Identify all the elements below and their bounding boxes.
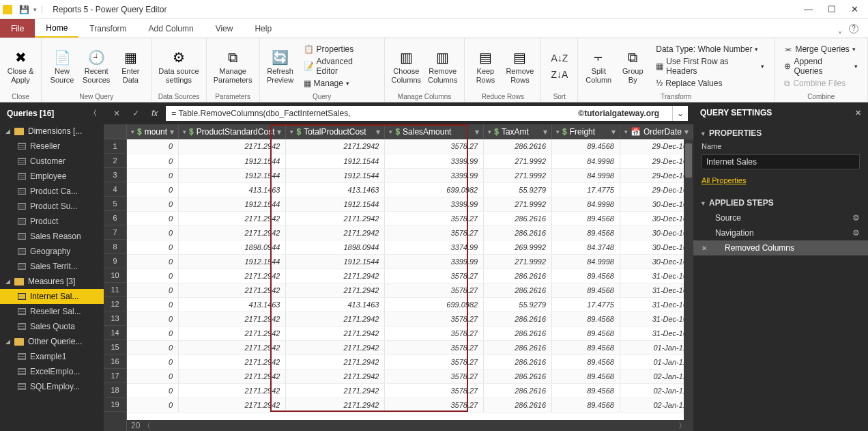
table-cell[interactable]: 286.2616: [484, 211, 552, 225]
table-cell[interactable]: 0: [127, 283, 179, 297]
table-cell[interactable]: 286.2616: [484, 398, 552, 412]
tree-item[interactable]: Product Ca...: [0, 184, 104, 199]
table-cell[interactable]: 29-Dec-10: [620, 168, 693, 182]
table-cell[interactable]: 0: [127, 383, 179, 398]
row-number[interactable]: 9: [104, 254, 126, 268]
table-cell[interactable]: 89.4568: [552, 340, 620, 354]
table-cell[interactable]: 286.2616: [484, 340, 552, 354]
column-header[interactable]: ▾$TaxAmt▾: [484, 124, 552, 139]
table-cell[interactable]: 286.2616: [484, 383, 552, 398]
table-cell[interactable]: 2171.2942: [179, 398, 286, 412]
table-cell[interactable]: 84.9998: [552, 254, 620, 268]
horizontal-scrollbar[interactable]: 20 〈 〉: [127, 420, 693, 431]
applied-step[interactable]: Source⚙: [693, 210, 868, 225]
table-cell[interactable]: 2171.2942: [286, 225, 385, 240]
append-queries-button[interactable]: ⊕Append Queries▾: [781, 56, 860, 77]
table-cell[interactable]: 2171.2942: [286, 211, 385, 225]
properties-button[interactable]: 📋Properties: [301, 44, 377, 55]
manage-parameters-button[interactable]: ⧉Manage Parameters: [211, 41, 255, 92]
table-cell[interactable]: 286.2616: [484, 225, 552, 240]
row-number[interactable]: 8: [104, 240, 126, 254]
tree-folder[interactable]: ◢Other Querie...: [0, 334, 104, 349]
table-cell[interactable]: 2171.2942: [286, 139, 385, 154]
column-header[interactable]: ▾$Freight▾: [552, 124, 620, 139]
row-number[interactable]: 10: [104, 268, 126, 283]
table-row[interactable]: 01898.09441898.09443374.99269.999284.374…: [127, 240, 693, 254]
maximize-button[interactable]: ☐: [828, 4, 836, 14]
row-number[interactable]: 15: [104, 340, 126, 354]
table-row[interactable]: 02171.29422171.29423578.27286.261689.456…: [127, 354, 693, 369]
tree-item[interactable]: Geography: [0, 244, 104, 259]
table-cell[interactable]: 17.4775: [552, 182, 620, 197]
filter-icon[interactable]: ▾: [170, 127, 174, 137]
table-cell[interactable]: 01-Jan-11: [620, 354, 693, 369]
table-cell[interactable]: 1898.0944: [286, 240, 385, 254]
table-cell[interactable]: 2171.2942: [286, 383, 385, 398]
fx-icon[interactable]: fx: [147, 107, 162, 120]
column-header[interactable]: ▾$mount▾: [127, 124, 179, 139]
datatype-button[interactable]: Data Type: Whole Number▾: [653, 44, 767, 55]
close-window-button[interactable]: ✕: [851, 4, 858, 14]
tree-item[interactable]: Sales Reason: [0, 229, 104, 244]
dropdown-icon[interactable]: ▾: [389, 128, 392, 135]
tree-item[interactable]: Reseller Sal...: [0, 304, 104, 319]
table-cell[interactable]: 2171.2942: [286, 311, 385, 326]
table-cell[interactable]: 0: [127, 311, 179, 326]
tree-item[interactable]: Sales Territ...: [0, 259, 104, 274]
choose-columns-button[interactable]: ▥Choose Columns: [389, 41, 424, 92]
table-cell[interactable]: 89.4568: [552, 383, 620, 398]
table-cell[interactable]: 3578.27: [385, 398, 484, 412]
row-number[interactable]: 19: [104, 398, 126, 412]
table-cell[interactable]: 2171.2942: [286, 283, 385, 297]
formula-dropdown-icon[interactable]: ⌄: [672, 106, 688, 121]
table-cell[interactable]: 1912.1544: [286, 168, 385, 182]
table-cell[interactable]: 3578.27: [385, 225, 484, 240]
table-cell[interactable]: 0: [127, 297, 179, 311]
table-cell[interactable]: 269.9992: [484, 240, 552, 254]
all-properties-link[interactable]: All Properties: [701, 176, 860, 184]
table-row[interactable]: 02171.29422171.29423578.27286.261689.456…: [127, 369, 693, 383]
row-number[interactable]: 16: [104, 354, 126, 369]
table-cell[interactable]: 29-Dec-10: [620, 182, 693, 197]
keep-rows-button[interactable]: ▤Keep Rows: [469, 41, 502, 92]
column-header[interactable]: ▾📅OrderDate▾: [620, 124, 693, 139]
recent-sources-button[interactable]: 🕘Recent Sources: [80, 41, 113, 92]
table-cell[interactable]: 89.4568: [552, 311, 620, 326]
table-cell[interactable]: 3578.27: [385, 283, 484, 297]
table-cell[interactable]: 31-Dec-10: [620, 297, 693, 311]
table-row[interactable]: 02171.29422171.29423578.27286.261689.456…: [127, 340, 693, 354]
split-column-button[interactable]: ⫟Split Column: [582, 41, 615, 92]
table-cell[interactable]: 89.4568: [552, 225, 620, 240]
sort-desc-button[interactable]: Z↓A: [548, 68, 570, 81]
enter-data-button[interactable]: ▦Enter Data: [114, 41, 147, 92]
scroll-left-icon[interactable]: 〈: [140, 420, 154, 432]
table-row[interactable]: 02171.29422171.29423578.27286.261689.456…: [127, 326, 693, 340]
table-cell[interactable]: 0: [127, 398, 179, 412]
tab-help[interactable]: Help: [244, 19, 283, 38]
table-row[interactable]: 02171.29422171.29423578.27286.261689.456…: [127, 283, 693, 297]
table-cell[interactable]: 3578.27: [385, 139, 484, 154]
table-cell[interactable]: 286.2616: [484, 283, 552, 297]
table-cell[interactable]: 2171.2942: [179, 354, 286, 369]
delete-step-icon[interactable]: ✕: [701, 245, 707, 252]
table-cell[interactable]: 30-Dec-10: [620, 211, 693, 225]
help-icon[interactable]: ?: [849, 24, 858, 33]
close-settings-icon[interactable]: ✕: [855, 109, 861, 117]
table-cell[interactable]: 0: [127, 354, 179, 369]
table-cell[interactable]: 271.9992: [484, 254, 552, 268]
table-cell[interactable]: 0: [127, 168, 179, 182]
table-cell[interactable]: 0: [127, 225, 179, 240]
table-cell[interactable]: 3374.99: [385, 240, 484, 254]
column-header[interactable]: ▾$SalesAmount▾: [385, 124, 484, 139]
table-cell[interactable]: 17.4775: [552, 297, 620, 311]
new-source-button[interactable]: 📄New Source: [46, 41, 78, 92]
tab-home[interactable]: Home: [35, 19, 78, 38]
table-row[interactable]: 02171.29422171.29423578.27286.261689.456…: [127, 139, 693, 154]
table-cell[interactable]: 271.9992: [484, 197, 552, 211]
row-number[interactable]: 7: [104, 225, 126, 240]
table-cell[interactable]: 1912.1544: [286, 154, 385, 168]
dropdown-icon[interactable]: ▾: [183, 128, 186, 135]
applied-step[interactable]: Navigation⚙: [693, 225, 868, 240]
table-cell[interactable]: 0: [127, 197, 179, 211]
table-cell[interactable]: 31-Dec-10: [620, 311, 693, 326]
